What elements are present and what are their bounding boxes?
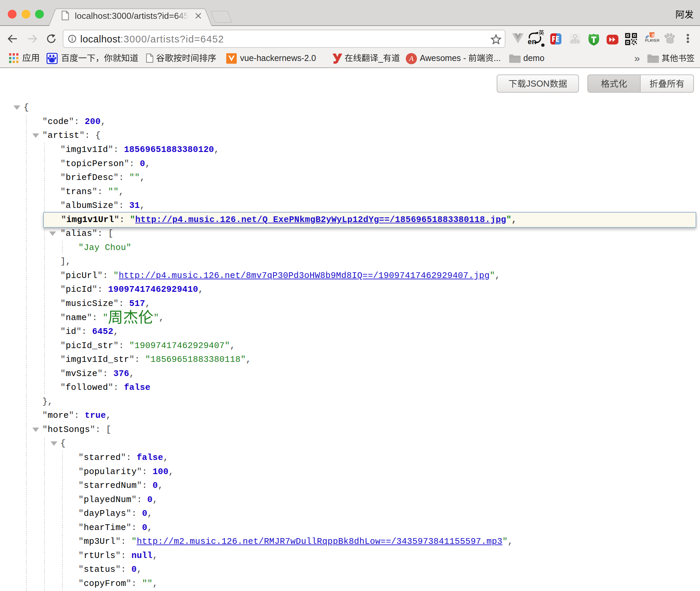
svg-text:A: A [408,54,414,63]
svg-text:5: 5 [651,33,653,37]
